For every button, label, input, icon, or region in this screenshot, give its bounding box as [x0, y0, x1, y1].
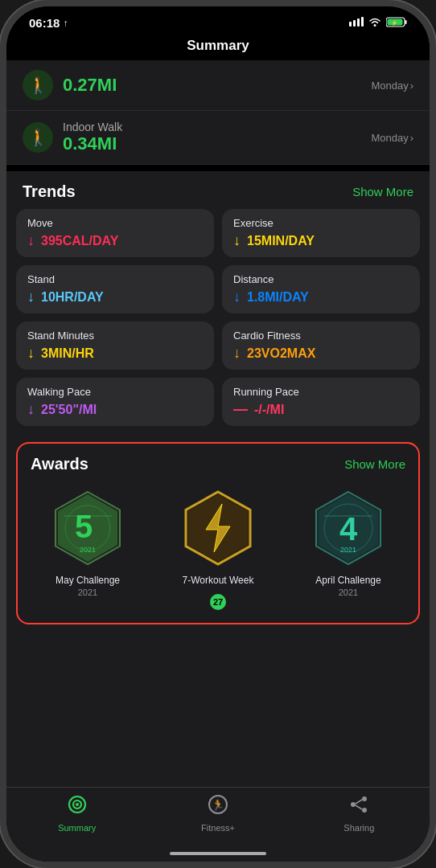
trend-arrow-stand-minutes: ↓	[27, 345, 35, 362]
activity-value-2: 0.34MI	[63, 133, 371, 154]
april-challenge-badge: 4 2021	[308, 488, 389, 568]
may-challenge-year: 2021	[78, 588, 97, 597]
wifi-icon	[368, 17, 381, 29]
trend-card-move[interactable]: Move ↓ 395CAL/DAY	[16, 209, 214, 257]
trend-card-stand-minutes[interactable]: Stand Minutes ↓ 3MIN/HR	[16, 321, 214, 370]
phone-screen: 06:18 ↑ ⚡ Summary	[6, 6, 430, 862]
activity-day-1[interactable]: Monday ›	[371, 80, 413, 92]
day-text-1: Monday	[371, 80, 408, 92]
trend-value-walking-pace: 25'50"/MI	[41, 403, 97, 417]
sharing-tab-label: Sharing	[343, 823, 374, 833]
trend-arrow-cardio: ↓	[233, 345, 241, 362]
svg-text:4: 4	[339, 511, 358, 547]
svg-text:5: 5	[75, 509, 93, 544]
workout-badge	[178, 488, 258, 568]
svg-text:⚡: ⚡	[391, 19, 398, 27]
activity-day-2[interactable]: Monday ›	[371, 132, 413, 144]
trend-value-stand: 10HR/DAY	[41, 290, 104, 305]
walk-icon-1: 🚶	[23, 70, 53, 100]
activity-details-1: 0.27MI	[63, 75, 371, 96]
activity-row-1[interactable]: 🚶 0.27MI Monday ›	[6, 60, 430, 111]
fitness-tab-label: Fitness+	[201, 823, 235, 833]
svg-point-29	[351, 802, 356, 807]
day-text-2: Monday	[371, 132, 408, 144]
awards-show-more[interactable]: Show More	[344, 457, 405, 471]
status-icons: ⚡	[349, 17, 407, 30]
tab-sharing[interactable]: Sharing	[289, 794, 430, 833]
tab-fitness[interactable]: 🏃 Fitness+	[147, 794, 288, 833]
trend-card-distance[interactable]: Distance ↓ 1.8MI/DAY	[222, 265, 420, 313]
workout-name: 7-Workout Week	[183, 575, 254, 588]
trend-label-exercise: Exercise	[233, 217, 409, 229]
activity-details-2: Indoor Walk 0.34MI	[63, 121, 371, 154]
may-challenge-name: May Challenge	[56, 575, 120, 588]
svg-point-30	[362, 796, 367, 801]
svg-point-4	[374, 24, 376, 27]
award-item-may[interactable]: 5 2021 May Challenge 2021	[26, 488, 150, 610]
trend-value-distance: 1.8MI/DAY	[247, 290, 309, 305]
trend-arrow-walking-pace: ↓	[27, 401, 35, 418]
trend-card-walking-pace[interactable]: Walking Pace ↓ 25'50"/MI	[16, 378, 214, 426]
time-text: 06:18	[29, 16, 60, 30]
page-title: Summary	[187, 38, 249, 53]
phone-frame: 06:18 ↑ ⚡ Summary	[0, 0, 436, 868]
trend-value-move: 395CAL/DAY	[41, 234, 118, 248]
trend-label-cardio: Cardio Fitness	[233, 330, 409, 342]
svg-rect-0	[349, 22, 352, 27]
trend-arrow-running-pace: —	[233, 401, 248, 418]
summary-tab-label: Summary	[58, 823, 96, 833]
trend-label-stand-minutes: Stand Minutes	[27, 330, 203, 342]
walk-icon-2: 🚶	[23, 122, 53, 153]
svg-line-32	[356, 800, 362, 804]
trend-card-cardio[interactable]: Cardio Fitness ↓ 23VO2MAX	[222, 321, 420, 370]
activity-row-2[interactable]: 🚶 Indoor Walk 0.34MI Monday ›	[6, 111, 430, 165]
svg-text:🏃: 🏃	[212, 798, 225, 812]
chevron-icon-2: ›	[410, 132, 413, 144]
trend-value-running-pace: -/-/MI	[254, 403, 284, 417]
location-icon: ↑	[63, 18, 68, 29]
section-divider-1	[6, 165, 430, 171]
trend-arrow-stand: ↓	[27, 289, 35, 305]
summary-tab-icon	[67, 794, 88, 820]
trend-value-cardio: 23VO2MAX	[247, 346, 315, 361]
sharing-tab-icon	[348, 794, 369, 820]
trend-card-exercise[interactable]: Exercise ↓ 15MIN/DAY	[222, 209, 420, 257]
fitness-tab-icon: 🏃	[208, 794, 228, 820]
svg-rect-7	[405, 20, 407, 24]
svg-point-26	[76, 803, 79, 806]
trends-grid: Move ↓ 395CAL/DAY Exercise ↓ 15MIN/DAY	[6, 209, 430, 436]
april-challenge-year: 2021	[339, 588, 358, 597]
svg-rect-1	[353, 20, 356, 27]
activity-label-2: Indoor Walk	[63, 121, 371, 133]
trend-arrow-distance: ↓	[233, 289, 241, 305]
trend-value-stand-minutes: 3MIN/HR	[41, 346, 94, 361]
chevron-icon-1: ›	[410, 80, 413, 92]
awards-grid: 5 2021 May Challenge 2021	[18, 481, 418, 623]
trends-show-more[interactable]: Show More	[352, 185, 413, 199]
trend-arrow-move: ↓	[27, 232, 35, 249]
trends-header: Trends Show More	[6, 171, 430, 209]
tab-bar: Summary 🏃 Fitness+ Sharing	[6, 787, 430, 849]
signal-icon	[349, 17, 364, 29]
trend-label-running-pace: Running Pace	[233, 386, 409, 398]
scroll-content[interactable]: 🚶 0.27MI Monday › 🚶 Indoor Walk 0.34MI	[6, 60, 430, 787]
home-bar	[170, 852, 266, 855]
svg-rect-2	[357, 18, 360, 27]
activity-value-1: 0.27MI	[63, 75, 371, 96]
tab-summary[interactable]: Summary	[6, 794, 147, 833]
april-challenge-name: April Challenge	[315, 575, 380, 588]
svg-rect-3	[361, 17, 364, 27]
award-item-workout[interactable]: 7-Workout Week 27	[156, 488, 280, 610]
awards-section: Awards Show More 5	[16, 442, 420, 624]
svg-line-33	[356, 805, 362, 809]
trend-card-stand[interactable]: Stand ↓ 10HR/DAY	[16, 265, 214, 313]
award-item-april[interactable]: 4 2021 April Challenge 2021	[286, 488, 410, 610]
trend-label-stand: Stand	[27, 273, 203, 285]
trend-card-running-pace[interactable]: Running Pace — -/-/MI	[222, 378, 420, 426]
trend-label-walking-pace: Walking Pace	[27, 386, 203, 398]
awards-header: Awards Show More	[18, 444, 418, 481]
notch	[162, 6, 274, 31]
nav-title: Summary	[6, 33, 430, 60]
home-indicator	[6, 849, 430, 862]
awards-title: Awards	[31, 455, 88, 473]
